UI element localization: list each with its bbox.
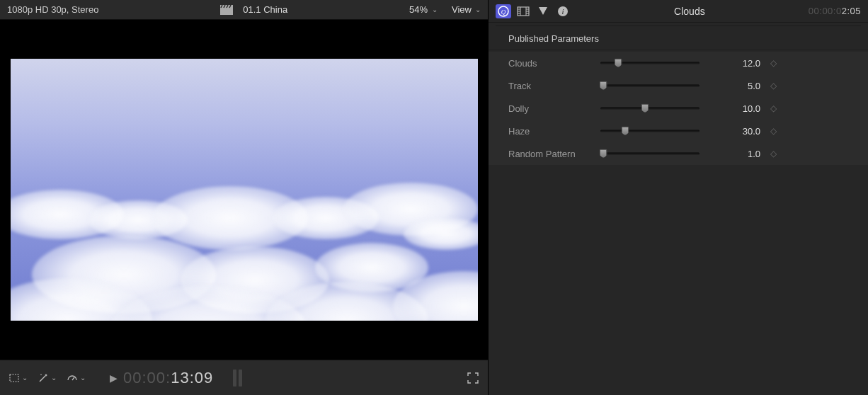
viewer-bottombar: ⌄ ⌄ ⌄ ▶ 00:00:13:09 xyxy=(0,360,488,395)
keyframe-diamond-icon[interactable]: ◇ xyxy=(765,103,782,113)
keyframe-diamond-icon[interactable]: ◇ xyxy=(765,58,782,68)
param-label: Random Pattern xyxy=(508,149,600,159)
playhead-timecode[interactable]: ▶ 00:00:13:09 xyxy=(110,369,213,387)
timecode-main: 13:09 xyxy=(171,369,213,387)
param-row: Track5.0◇ xyxy=(489,74,868,97)
inspector-tab-info[interactable]: i xyxy=(555,4,571,18)
clip-name: 01.1 China xyxy=(243,4,287,15)
svg-text:Q: Q xyxy=(501,8,506,15)
param-label: Haze xyxy=(508,126,600,137)
enhance-tool-dropdown[interactable]: ⌄ xyxy=(38,372,57,384)
param-slider[interactable] xyxy=(600,149,699,159)
param-label: Clouds xyxy=(508,58,600,69)
svg-rect-6 xyxy=(10,374,18,382)
inspector-tab-generator[interactable]: Q xyxy=(496,4,511,18)
param-value[interactable]: 12.0 xyxy=(714,58,765,69)
keyframe-diamond-icon[interactable]: ◇ xyxy=(765,81,782,91)
inspector-panel: Q i Clouds 00:00:02:05 Published Paramet… xyxy=(489,0,868,395)
inspector-body: Published Parameters Clouds12.0◇Track5.0… xyxy=(489,26,868,395)
zoom-value: 54% xyxy=(409,4,428,15)
chevron-down-icon: ⌄ xyxy=(22,374,28,382)
param-row: Haze30.0◇ xyxy=(489,120,868,142)
retime-tool-dropdown[interactable]: ⌄ xyxy=(67,373,86,383)
param-value[interactable]: 1.0 xyxy=(714,149,765,159)
viewer-topbar: 1080p HD 30p, Stereo 01.1 China 54% ⌄ Vi… xyxy=(0,0,488,20)
inspector-title: Clouds xyxy=(575,6,804,17)
fullscreen-button[interactable] xyxy=(467,372,479,384)
param-row: Dolly10.0◇ xyxy=(489,97,868,120)
param-value[interactable]: 30.0 xyxy=(714,126,765,137)
keyframe-diamond-icon[interactable]: ◇ xyxy=(765,149,782,159)
view-label: View xyxy=(452,4,472,15)
param-label: Dolly xyxy=(508,103,600,114)
param-row: Random Pattern1.0◇ xyxy=(489,142,868,165)
play-icon: ▶ xyxy=(110,372,118,384)
param-slider[interactable] xyxy=(600,58,699,68)
param-value[interactable]: 10.0 xyxy=(714,103,765,114)
param-row: Clouds12.0◇ xyxy=(489,52,868,74)
view-dropdown[interactable]: View ⌄ xyxy=(452,4,481,15)
clapperboard-icon[interactable] xyxy=(220,5,233,15)
viewer-panel: 1080p HD 30p, Stereo 01.1 China 54% ⌄ Vi… xyxy=(0,0,489,395)
inspector-duration: 00:00:02:05 xyxy=(809,6,861,16)
parameter-list: Clouds12.0◇Track5.0◇Dolly10.0◇Haze30.0◇R… xyxy=(489,52,868,165)
format-label: 1080p HD 30p, Stereo xyxy=(7,4,98,15)
inspector-tab-color[interactable] xyxy=(535,4,551,18)
meter-bar xyxy=(233,370,236,387)
svg-rect-0 xyxy=(220,8,233,15)
param-slider[interactable] xyxy=(600,126,699,136)
section-published-parameters[interactable]: Published Parameters xyxy=(489,26,868,50)
meter-bar xyxy=(239,370,242,387)
inspector-header: Q i Clouds 00:00:02:05 xyxy=(489,0,868,23)
svg-text:i: i xyxy=(561,7,564,16)
chevron-down-icon: ⌄ xyxy=(80,374,86,382)
timecode-prefix: 00:00: xyxy=(123,369,171,387)
svg-line-7 xyxy=(40,376,45,382)
param-label: Track xyxy=(508,81,600,91)
chevron-down-icon: ⌄ xyxy=(475,6,481,13)
audio-meters[interactable] xyxy=(233,370,242,387)
viewer-canvas[interactable] xyxy=(0,20,488,360)
preview-image xyxy=(11,59,478,321)
param-slider[interactable] xyxy=(600,81,699,91)
chevron-down-icon: ⌄ xyxy=(51,374,57,382)
inspector-tab-video[interactable] xyxy=(515,4,531,18)
zoom-dropdown[interactable]: 54% ⌄ xyxy=(409,4,438,15)
svg-line-8 xyxy=(72,377,74,380)
keyframe-diamond-icon[interactable]: ◇ xyxy=(765,126,782,136)
param-value[interactable]: 5.0 xyxy=(714,81,765,91)
chevron-down-icon: ⌄ xyxy=(432,6,438,13)
transform-tool-dropdown[interactable]: ⌄ xyxy=(8,373,28,383)
svg-marker-20 xyxy=(539,7,547,15)
param-slider[interactable] xyxy=(600,103,699,113)
